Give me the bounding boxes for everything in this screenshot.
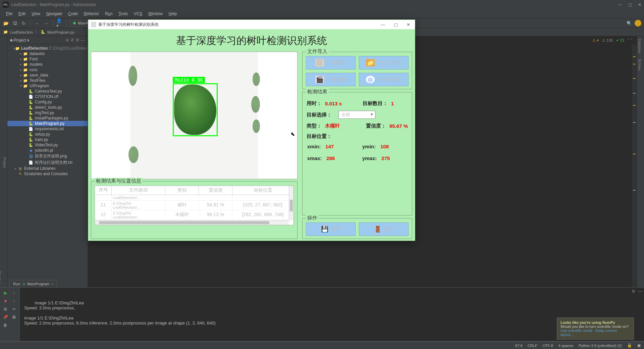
tree-folder[interactable]: ▸📁TestFiles bbox=[7, 78, 88, 83]
table-header-cell[interactable]: 序号 bbox=[95, 186, 112, 195]
sb-indent[interactable]: 4 spaces bbox=[558, 344, 573, 348]
menu-file[interactable]: File bbox=[3, 10, 15, 17]
sync-icon[interactable]: ↻ bbox=[20, 20, 27, 27]
wrap-icon[interactable]: ↩ bbox=[11, 306, 17, 312]
results-table[interactable]: 序号文件路径类别置信度坐标位置 LeafDetection/…11E:/Ding… bbox=[95, 186, 294, 225]
hide-icon[interactable]: — bbox=[81, 38, 85, 42]
select-opened-icon[interactable]: ⊕ bbox=[66, 38, 69, 42]
save-button[interactable]: 💾保存 bbox=[306, 222, 356, 236]
open-camera-button[interactable]: ◎打开摄像头 bbox=[359, 73, 409, 86]
tree-folder[interactable]: ▸📁Font bbox=[7, 56, 88, 62]
settings-icon[interactable]: ⚙ bbox=[76, 38, 79, 42]
inspection-indicators[interactable]: ⚠ 4 ⚠ 126 ✔ 23 ˄ ˅ bbox=[592, 38, 633, 43]
target-select[interactable]: 全部 bbox=[338, 111, 375, 119]
app-minimize-icon[interactable]: — bbox=[379, 21, 387, 28]
menu-window[interactable]: Window bbox=[146, 10, 165, 17]
menu-tools[interactable]: Tools bbox=[116, 10, 130, 17]
exit-button[interactable]: 🚪退出 bbox=[359, 222, 409, 236]
table-row[interactable]: 11E:/DingZhi/LeafDetection/…樟叶94.91 %[32… bbox=[95, 201, 293, 210]
ide-close-icon[interactable]: ✕ bbox=[638, 2, 641, 7]
tree-file[interactable]: 🐍imgTest.py bbox=[7, 110, 88, 115]
breadcrumb-file[interactable]: MainProgram.py bbox=[47, 30, 74, 34]
avatar-icon[interactable] bbox=[635, 20, 641, 27]
sb-notif-icon[interactable]: ▣ bbox=[637, 343, 641, 348]
stop-run-icon[interactable]: ■ bbox=[2, 298, 9, 304]
sb-encoding[interactable]: UTF-8 bbox=[543, 344, 553, 348]
open-image-button[interactable]: 🖼打开图片 bbox=[306, 56, 356, 69]
ide-maximize-icon[interactable]: ▢ bbox=[628, 2, 632, 7]
tree-scratches[interactable]: ✎Scratches and Consoles bbox=[7, 171, 88, 177]
sb-lock-icon[interactable]: 🔓 bbox=[627, 343, 632, 348]
menu-code[interactable]: Code bbox=[65, 10, 80, 17]
back-icon[interactable]: ← bbox=[34, 20, 41, 27]
tree-file[interactable]: 📄requirements.txt bbox=[7, 126, 88, 132]
tree-file[interactable]: ◆yolov8n.pt bbox=[7, 148, 88, 153]
rerun-icon[interactable]: ▶ bbox=[2, 290, 9, 296]
table-header-cell[interactable]: 坐标位置 bbox=[232, 186, 293, 195]
tab-database[interactable]: Database bbox=[637, 36, 642, 56]
table-header-cell[interactable]: 类别 bbox=[165, 186, 199, 195]
menu-navigate[interactable]: Navigate bbox=[44, 10, 65, 17]
table-row[interactable]: 12E:/DingZhi/LeafDetection/…木槿叶96.13 %[2… bbox=[95, 210, 293, 220]
expand-all-icon[interactable]: ⇵ bbox=[71, 38, 74, 42]
open-folder-button[interactable]: 📁打开文件夹 bbox=[359, 56, 409, 69]
tree-folder[interactable]: ▸📁datasets bbox=[7, 51, 88, 56]
table-vscroll[interactable] bbox=[289, 186, 293, 220]
tree-folder[interactable]: ▸📁save_data bbox=[7, 72, 88, 78]
menu-run[interactable]: Run bbox=[102, 10, 115, 17]
run-tab[interactable]: Run: ● MainProgram × bbox=[9, 280, 57, 287]
tree-folder[interactable]: ▾📁UIProgram bbox=[7, 83, 88, 89]
run-hide-icon[interactable]: — bbox=[638, 289, 642, 294]
trash-icon[interactable]: 🗑 bbox=[2, 322, 9, 329]
run-output[interactable]: ⚙ — image 1/1 E:\DingZhi\Lea Speed: 3.0m… bbox=[20, 288, 644, 341]
table-hscroll[interactable] bbox=[95, 220, 289, 225]
search-everywhere-icon[interactable]: 🔍 bbox=[626, 20, 633, 27]
tree-file[interactable]: 📄CITATION.cff bbox=[7, 94, 88, 99]
tree-file[interactable]: 🐍installPackages.py bbox=[7, 115, 88, 121]
tree-file[interactable]: 🐍MainProgram.py bbox=[7, 121, 88, 126]
error-stripe[interactable] bbox=[632, 44, 637, 287]
tree-file[interactable]: 🐍VideoTest.py bbox=[7, 142, 88, 148]
open-icon[interactable]: 📂 bbox=[3, 20, 9, 27]
tab-sciview[interactable]: SciView bbox=[637, 56, 642, 73]
open-video-button[interactable]: 🎬打开视频 bbox=[306, 73, 356, 86]
menu-vcs[interactable]: VCS bbox=[131, 10, 145, 17]
down-icon[interactable]: ↓ bbox=[11, 298, 17, 304]
table-header-cell[interactable]: 置信度 bbox=[199, 186, 232, 195]
breadcrumb-project[interactable]: LeafDetection bbox=[10, 30, 33, 34]
table-header-cell[interactable]: 文件路径 bbox=[112, 186, 165, 195]
menu-help[interactable]: Help bbox=[166, 10, 180, 17]
tree-file[interactable]: 🐍detect_tools.py bbox=[7, 105, 88, 110]
notif-link-scientific[interactable]: Use scientific mode bbox=[560, 329, 592, 333]
menu-edit[interactable]: Edit bbox=[16, 10, 28, 17]
app-maximize-icon[interactable]: ▢ bbox=[392, 21, 400, 28]
tree-root[interactable]: ▾📁LeafDetection E:\DingZhi\LeafDetection bbox=[7, 46, 88, 51]
user-icon[interactable]: 👤▾ bbox=[56, 20, 63, 27]
tree-file[interactable]: 🖼目录文件说明.png bbox=[7, 153, 88, 159]
menu-refactor[interactable]: Refactor bbox=[81, 10, 102, 17]
sb-eol[interactable]: CRLF bbox=[528, 344, 537, 348]
tree-file[interactable]: 🐍train.py bbox=[7, 137, 88, 142]
print-icon[interactable]: 🖶 bbox=[11, 314, 17, 320]
app-titlebar[interactable]: 基于深度学习的树叶检测识别系统 — ▢ ✕ bbox=[88, 20, 415, 29]
tree-file[interactable]: 🐍setup.py bbox=[7, 132, 88, 137]
sb-caret-pos[interactable]: 57:4 bbox=[515, 344, 522, 348]
tree-file[interactable]: 🐍CameraTest.py bbox=[7, 89, 88, 94]
tree-file[interactable]: 🐍Config.py bbox=[7, 99, 88, 105]
run-settings-icon[interactable]: ⚙ bbox=[632, 289, 635, 294]
sb-interpreter[interactable]: Python 3.9 (yolov8test) (2) bbox=[579, 344, 622, 348]
tree-folder[interactable]: ▸📁runs bbox=[7, 67, 88, 72]
layout-icon[interactable]: ⊞ bbox=[2, 306, 9, 312]
menu-view[interactable]: View bbox=[29, 10, 43, 17]
pin-icon[interactable]: 📌 bbox=[2, 314, 9, 320]
up-icon[interactable]: ↑ bbox=[11, 290, 17, 296]
ide-minimize-icon[interactable]: — bbox=[618, 2, 622, 7]
app-close-icon[interactable]: ✕ bbox=[405, 21, 412, 28]
tab-structure[interactable]: Structure bbox=[0, 268, 2, 287]
tree-folder[interactable]: ▸📁models bbox=[7, 62, 88, 67]
tree-file[interactable]: 📄程序运行说明文档.txt bbox=[7, 159, 88, 166]
table-row[interactable]: LeafDetection/… bbox=[95, 195, 293, 201]
project-tree[interactable]: ▾📁LeafDetection E:\DingZhi\LeafDetection… bbox=[7, 44, 88, 178]
forward-icon[interactable]: → bbox=[43, 20, 49, 27]
save-all-icon[interactable]: 🖫 bbox=[11, 20, 18, 27]
